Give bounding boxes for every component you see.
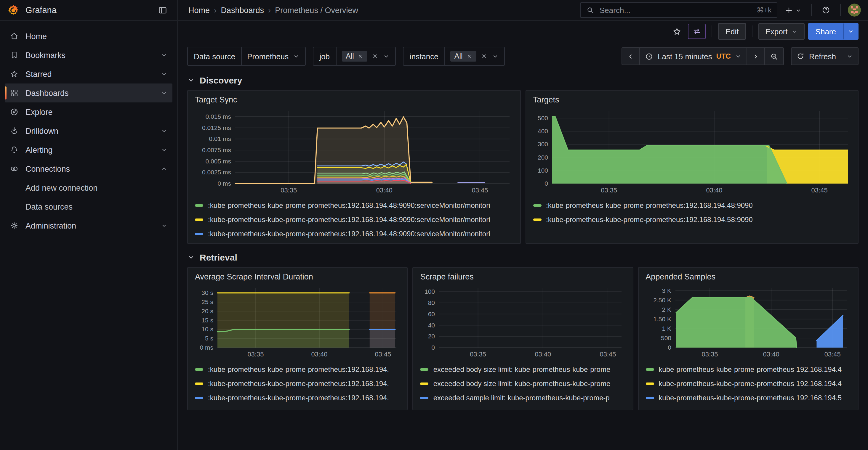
chart-appended-samples[interactable]: 05001 K1.50 K2 K2.50 K3 K03:3503:4003:45: [646, 284, 851, 359]
chevron-down-icon: [161, 146, 168, 153]
export-button[interactable]: Export: [758, 23, 805, 40]
panel-title[interactable]: Targets: [533, 95, 851, 104]
instance-filter-chip[interactable]: All: [450, 51, 476, 62]
sidebar-item-home[interactable]: Home: [5, 27, 173, 45]
legend: :kube-prometheus-kube-prome-prometheus:1…: [195, 362, 400, 405]
legend-item[interactable]: :kube-prometheus-kube-prome-prometheus:1…: [195, 213, 513, 227]
dock-sidebar-icon[interactable]: [155, 3, 170, 18]
legend-item[interactable]: exceeded sample limit: kube-prometheus-k…: [421, 391, 626, 405]
breadcrumb-item-dashboards[interactable]: Dashboards: [221, 6, 264, 14]
time-range-picker[interactable]: Last 15 minutes UTC: [639, 47, 747, 65]
panel-title[interactable]: Average Scrape Interval Duration: [195, 272, 400, 281]
legend-item[interactable]: :kube-prometheus-kube-prome-prometheus:1…: [533, 198, 851, 213]
panel-scrape-failures: Scrape failures02040608010003:3503:4003:…: [413, 267, 633, 410]
edit-button[interactable]: Edit: [718, 23, 746, 40]
add-new-button[interactable]: [782, 3, 804, 17]
kiosk-mode-button[interactable]: [688, 24, 706, 39]
sidebar-item-add-new-connection[interactable]: Add new connection: [5, 178, 173, 197]
sidebar-item-starred[interactable]: Starred: [5, 65, 173, 84]
grafana-logo-icon[interactable]: [7, 4, 20, 16]
panel-title[interactable]: Scrape failures: [421, 272, 626, 281]
legend-marker: [195, 383, 203, 385]
legend-item[interactable]: :kube-prometheus-kube-prome-prometheus:1…: [195, 391, 400, 405]
svg-text:0.01 ms: 0.01 ms: [209, 135, 231, 142]
instance-filter: instance All: [403, 47, 505, 66]
legend-label: exceeded body size limit: kube-prometheu…: [433, 365, 611, 374]
datasource-value[interactable]: Prometheus: [242, 47, 305, 65]
sidebar-item-connections[interactable]: Connections: [5, 159, 173, 178]
legend-marker: [421, 383, 429, 385]
star-dashboard-button[interactable]: [670, 24, 685, 39]
remove-chip-icon[interactable]: [358, 53, 364, 59]
sidebar-item-administration[interactable]: Administration: [5, 216, 173, 235]
breadcrumb-item-home[interactable]: Home: [188, 6, 210, 14]
remove-chip-icon[interactable]: [466, 53, 472, 59]
divider: [811, 4, 812, 16]
section-title: Retrieval: [200, 252, 237, 262]
sidebar-item-drilldown[interactable]: Drilldown: [5, 121, 173, 140]
search-box[interactable]: ⌘+k: [580, 2, 777, 18]
instance-filter-value[interactable]: All: [445, 47, 504, 65]
svg-text:400: 400: [537, 128, 548, 134]
legend-item[interactable]: exceeded body size limit: kube-prometheu…: [421, 377, 626, 391]
chevron-down-icon: [187, 253, 195, 261]
panel-title[interactable]: Appended Samples: [646, 272, 851, 281]
svg-text:30 s: 30 s: [202, 289, 213, 296]
legend-item[interactable]: :kube-prometheus-kube-prome-prometheus:1…: [533, 213, 851, 227]
sidebar-item-alerting[interactable]: Alerting: [5, 140, 173, 159]
user-avatar[interactable]: [848, 4, 861, 17]
svg-text:1.50 K: 1.50 K: [653, 316, 671, 322]
svg-text:03:45: 03:45: [824, 351, 840, 358]
refresh-icon: [797, 52, 805, 60]
chart-target-sync[interactable]: 0 ms0.0025 ms0.005 ms0.0075 ms0.01 ms0.0…: [195, 106, 513, 195]
chevron-down-icon: [735, 53, 742, 60]
legend-item[interactable]: :kube-prometheus-kube-prome-prometheus:1…: [195, 198, 513, 213]
section-header-retrieval[interactable]: Retrieval: [187, 252, 859, 262]
sidebar-item-label: Starred: [26, 70, 154, 78]
divider: [712, 26, 712, 37]
search-input[interactable]: [598, 5, 752, 15]
svg-text:15 s: 15 s: [202, 317, 213, 324]
chevron-down-icon: [161, 52, 168, 59]
svg-text:03:35: 03:35: [600, 187, 617, 194]
svg-text:03:45: 03:45: [472, 187, 488, 194]
chart-average-scrape-interval-duration[interactable]: 0 ms5 s10 s15 s20 s25 s30 s03:3503:4003:…: [195, 284, 400, 359]
sidebar-item-data-sources[interactable]: Data sources: [5, 197, 173, 216]
svg-text:0.0025 ms: 0.0025 ms: [202, 169, 231, 175]
zoom-out-button[interactable]: [765, 47, 784, 65]
legend-item[interactable]: :kube-prometheus-kube-prome-prometheus:1…: [195, 377, 400, 391]
chart-targets[interactable]: 010020030040050003:3503:4003:45: [533, 106, 851, 195]
legend-item[interactable]: exceeded body size limit: kube-prometheu…: [421, 362, 626, 377]
refresh-button[interactable]: Refresh: [791, 47, 841, 65]
panel-targets: Targets010020030040050003:3503:4003:45 :…: [525, 90, 859, 244]
share-button[interactable]: Share: [808, 23, 843, 40]
panel-row: Target Sync0 ms0.0025 ms0.005 ms0.0075 m…: [187, 90, 859, 244]
job-filter-chip[interactable]: All: [342, 51, 368, 62]
clear-filter-icon[interactable]: [480, 53, 488, 60]
sidebar-nav: HomeBookmarksStarredDashboardsExploreDri…: [5, 27, 173, 235]
panel-title[interactable]: Target Sync: [195, 95, 513, 104]
legend-item[interactable]: :kube-prometheus-kube-prome-prometheus:1…: [195, 227, 513, 241]
legend-item[interactable]: :kube-prometheus-kube-prome-prometheus:1…: [195, 362, 400, 377]
legend-item[interactable]: kube-prometheus-kube-prome-prometheus 19…: [646, 362, 851, 377]
legend-item[interactable]: kube-prometheus-kube-prome-prometheus 19…: [646, 377, 851, 391]
clear-filter-icon[interactable]: [372, 53, 379, 60]
chart-scrape-failures[interactable]: 02040608010003:3503:4003:45: [421, 284, 626, 359]
time-forward-button[interactable]: [747, 47, 765, 65]
sidebar-item-explore[interactable]: Explore: [5, 102, 173, 121]
svg-text:03:45: 03:45: [811, 187, 828, 194]
time-back-button[interactable]: [622, 47, 640, 65]
help-button[interactable]: [819, 3, 833, 17]
legend-marker: [533, 219, 541, 221]
legend-item[interactable]: kube-prometheus-kube-prome-prometheus 19…: [646, 391, 851, 405]
svg-text:40: 40: [428, 322, 435, 329]
share-dropdown-button[interactable]: [843, 23, 859, 40]
grid-icon: [9, 88, 19, 98]
job-filter-value[interactable]: All: [336, 47, 396, 65]
sidebar-item-bookmarks[interactable]: Bookmarks: [5, 45, 173, 65]
refresh-interval-button[interactable]: [841, 47, 859, 65]
legend-marker: [646, 397, 654, 399]
sidebar-item-dashboards[interactable]: Dashboards: [5, 84, 173, 102]
section-header-discovery[interactable]: Discovery: [187, 75, 859, 85]
connections-icon: [9, 164, 19, 173]
